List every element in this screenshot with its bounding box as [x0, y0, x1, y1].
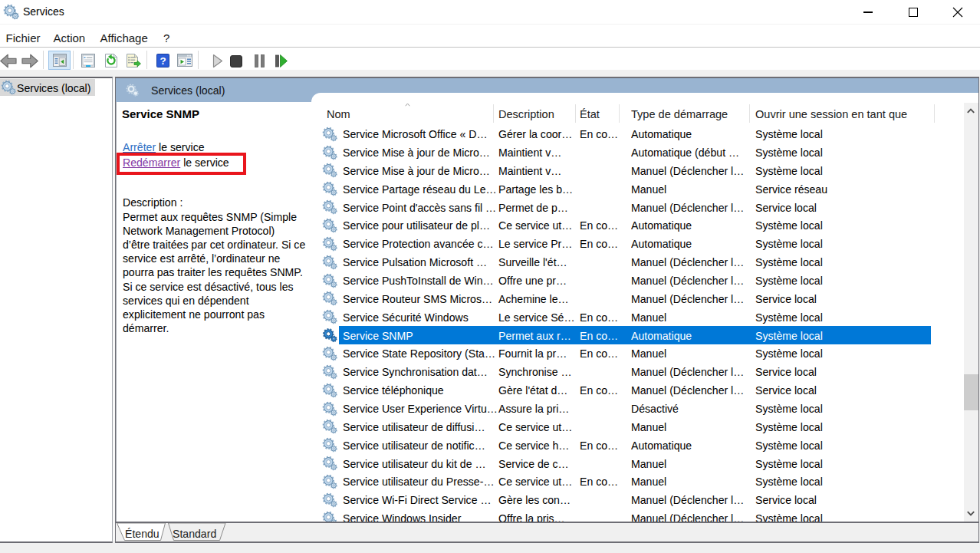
svg-text:?: ? — [159, 54, 166, 66]
